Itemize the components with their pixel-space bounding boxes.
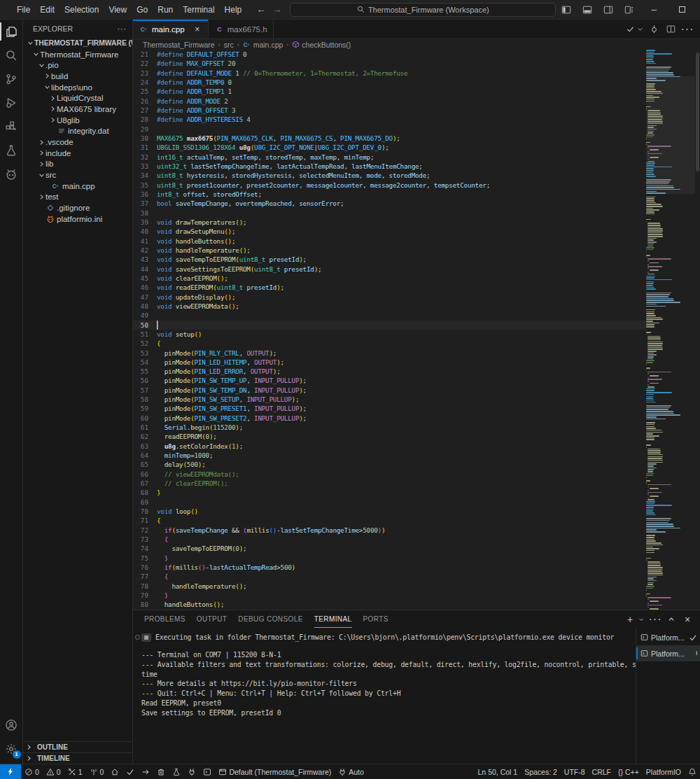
tab-main-cpp[interactable]: C+main.cpp×	[133, 20, 209, 38]
code-line-56[interactable]: 56 pinMode(PIN_SW_TEMP_UP, INPUT_PULLUP)…	[133, 376, 646, 385]
code-line-content[interactable]: handleButtons();	[157, 600, 646, 609]
code-line-content[interactable]: }	[157, 488, 646, 497]
code-line-content[interactable]: void drawTemperatures();	[157, 218, 646, 227]
search-icon[interactable]	[0, 43, 23, 67]
toggle-secondary-sidebar-icon[interactable]	[598, 0, 619, 19]
explorer-icon[interactable]	[0, 20, 23, 43]
line-number[interactable]: 51	[133, 330, 157, 339]
status-errors[interactable]: 0	[21, 764, 43, 779]
line-number[interactable]: 61	[133, 423, 157, 432]
code-line-66[interactable]: 66 // viewEEPROMdata();	[133, 470, 646, 479]
line-number[interactable]: 27	[133, 106, 157, 115]
line-number[interactable]: 75	[133, 554, 157, 563]
code-line-40[interactable]: 40void drawSetupMenu();	[133, 227, 646, 236]
code-line-70[interactable]: 70void loop()	[133, 507, 646, 516]
line-number[interactable]: 56	[133, 376, 157, 385]
code-line-41[interactable]: 41void handleButtons();	[133, 237, 646, 246]
code-line-content[interactable]: pinMode(PIN_RLY_CTRL, OUTPUT);	[157, 349, 646, 358]
line-number[interactable]: 25	[133, 87, 157, 96]
code-line-content[interactable]	[157, 209, 646, 218]
close-tab-icon[interactable]: ×	[192, 24, 202, 34]
line-number[interactable]: 42	[133, 246, 157, 255]
code-line-content[interactable]: {	[157, 535, 646, 544]
line-number[interactable]: 55	[133, 367, 157, 376]
back-button[interactable]: ←	[256, 4, 265, 15]
code-line-47[interactable]: 47void updateDisplay();	[133, 293, 646, 302]
line-number[interactable]: 45	[133, 274, 157, 283]
tree-item--vscode[interactable]: .vscode	[23, 136, 132, 148]
code-line-44[interactable]: 44void saveSettingsToEEPROM(uint8_t pres…	[133, 265, 646, 274]
menu-edit[interactable]: Edit	[35, 2, 59, 17]
code-line-content[interactable]: minTemp=1000;	[157, 451, 646, 460]
code-line-78[interactable]: 78 handleTemperature();	[133, 582, 646, 591]
code-line-content[interactable]: u8g.setColorIndex(1);	[157, 442, 646, 451]
terminal-dropdown-icon[interactable]	[636, 612, 646, 626]
testing-icon[interactable]	[0, 139, 23, 162]
line-number[interactable]: 40	[133, 227, 157, 236]
menu-help[interactable]: Help	[220, 2, 247, 17]
line-number[interactable]: 41	[133, 237, 157, 246]
code-line-content[interactable]: #define ADDR_MODE 2	[157, 97, 646, 106]
line-number[interactable]: 21	[133, 50, 157, 59]
line-number[interactable]: 46	[133, 283, 157, 292]
code-line-content[interactable]: if(millis()-lastActualTempRead>500)	[157, 563, 646, 572]
status-pio-env[interactable]: Default (Thermostat_Firmware)	[215, 764, 335, 779]
code-line-content[interactable]: #define ADDR_TEMP0 0	[157, 78, 646, 87]
tree-item-libdeps-uno[interactable]: libdeps\uno	[23, 82, 132, 93]
status-cursor-position[interactable]: Ln 50, Col 1	[475, 764, 522, 779]
panel-tab-problems[interactable]: PROBLEMS	[144, 610, 186, 628]
code-line-26[interactable]: 26#define ADDR_MODE 2	[133, 97, 646, 106]
code-line-content[interactable]: void clearEEPROM();	[157, 274, 646, 283]
status-pio-build[interactable]	[122, 764, 138, 779]
code-line-64[interactable]: 64 minTemp=1000;	[133, 451, 646, 460]
tree-item-lib[interactable]: lib	[23, 159, 132, 170]
code-line-22[interactable]: 22#define MAX_OFFSET 20	[133, 59, 646, 68]
line-number[interactable]: 23	[133, 69, 157, 78]
line-number[interactable]: 70	[133, 507, 157, 516]
code-line-28[interactable]: 28#define ADDR_HYSTERESIS 4	[133, 115, 646, 124]
line-number[interactable]: 72	[133, 526, 157, 535]
tree-item-platformio-ini[interactable]: platformio.ini	[23, 213, 132, 225]
minimize-button[interactable]: –	[640, 0, 668, 19]
code-line-48[interactable]: 48void viewEEPROMdata();	[133, 302, 646, 311]
status-pio-port[interactable]: Auto	[335, 764, 368, 779]
code-line-content[interactable]: void updateDisplay();	[157, 293, 646, 302]
run-task-check-icon[interactable]	[623, 22, 637, 37]
line-number[interactable]: 66	[133, 470, 157, 479]
line-number[interactable]: 67	[133, 479, 157, 488]
line-number[interactable]: 54	[133, 358, 157, 367]
run-debug-icon[interactable]	[0, 91, 23, 115]
code-line-content[interactable]: void drawSetupMenu();	[157, 227, 646, 236]
code-line-content[interactable]: void saveSettingsToEEPROM(uint8_t preset…	[157, 265, 646, 274]
settings-icon[interactable]: 1	[0, 737, 23, 761]
code-line-29[interactable]: 29	[133, 125, 646, 134]
breadcrumb-src[interactable]: src	[224, 41, 234, 49]
code-line-content[interactable]: uint8_t hysteresis, storedHysteresis, se…	[157, 171, 646, 180]
status-encoding[interactable]: UTF-8	[561, 764, 589, 779]
status-warnings[interactable]: 0	[43, 764, 64, 779]
line-number[interactable]: 60	[133, 414, 157, 423]
code-line-65[interactable]: 65 delay(500);	[133, 460, 646, 469]
code-line-71[interactable]: 71{	[133, 516, 646, 525]
code-line-45[interactable]: 45void clearEEPROM();	[133, 274, 646, 283]
line-number[interactable]: 78	[133, 582, 157, 591]
tree-item--pio[interactable]: .pio	[23, 59, 132, 71]
code-line-content[interactable]: {	[157, 339, 646, 348]
code-line-34[interactable]: 34uint8_t hysteresis, storedHysteresis, …	[133, 171, 646, 180]
line-number[interactable]: 69	[133, 498, 157, 507]
line-number[interactable]: 52	[133, 339, 157, 348]
code-line-content[interactable]: MAX6675 max6675(PIN_MAX6675_CLK, PIN_MAX…	[157, 134, 646, 143]
code-line-62[interactable]: 62 readEEPROM(0);	[133, 432, 646, 441]
code-line-content[interactable]: void readEEPROM(uint8_t presetId);	[157, 283, 646, 292]
line-number[interactable]: 22	[133, 59, 157, 68]
toggle-sidebar-icon[interactable]	[556, 0, 577, 19]
code-line-content[interactable]: U8GLIB_SSD1306_128X64 u8g(U8G_I2C_OPT_NO…	[157, 143, 646, 152]
terminal-output[interactable]: Executing task in folder Thermostat_Firm…	[133, 628, 636, 764]
code-line-27[interactable]: 27#define ADDR_OFFSET 3	[133, 106, 646, 115]
code-line-46[interactable]: 46void readEEPROM(uint8_t presetId);	[133, 283, 646, 292]
extensions-icon[interactable]	[0, 115, 23, 139]
line-number[interactable]: 49	[133, 311, 157, 320]
code-line-74[interactable]: 74 saveTempToEEPROM(0);	[133, 544, 646, 553]
code-line-content[interactable]: }	[157, 554, 646, 563]
code-line-25[interactable]: 25#define ADDR_TEMP1 1	[133, 87, 646, 96]
